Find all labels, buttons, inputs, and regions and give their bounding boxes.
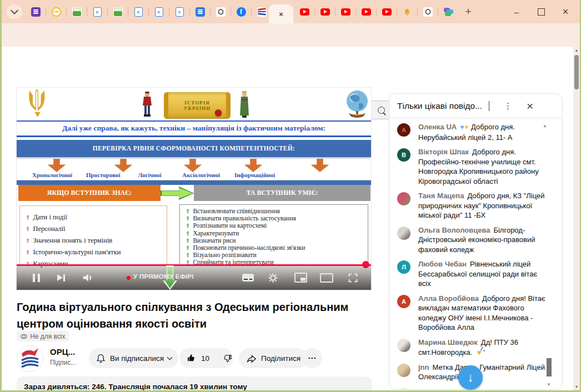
description-text: Зараз дивляться: 246. Трансляція почалас… <box>24 383 247 391</box>
chat-filter-title[interactable]: Тільки цікаві повідо... <box>397 101 482 111</box>
chat-author-name[interactable]: jnn <box>418 363 429 371</box>
close-window-button[interactable]: × <box>553 0 578 23</box>
settings-button[interactable] <box>266 271 279 284</box>
chat-message: Ольга ВололовцеваБілгород-Дністровський … <box>397 225 554 255</box>
theater-mode-button[interactable] <box>320 271 333 284</box>
tab-search-button[interactable] <box>7 4 22 19</box>
chat-scroll-up-icon[interactable]: ▲ <box>543 123 547 128</box>
pinned-tab-facebook[interactable]: f <box>231 3 251 20</box>
chat-author-name[interactable]: Таня Мацепа <box>418 192 464 200</box>
slide-list-item: ⇑Розпізнавати на картосхемі <box>186 222 368 229</box>
pinned-tab-bell[interactable] <box>397 3 417 20</box>
pause-button[interactable] <box>31 271 42 284</box>
can-box: ⇑Встановлювати співвідношення⇑Визначати … <box>179 204 368 265</box>
competency-label: Аксіологічної <box>182 172 220 178</box>
chat-author-avatar[interactable]: А <box>397 295 410 308</box>
chat-message-text: учні 11 класів <box>474 388 519 390</box>
chat-author-avatar[interactable]: В <box>397 148 410 162</box>
chat-message-list: A Оленка UA♥♥ Доброго дня. Нерубайський … <box>389 119 562 389</box>
pinned-tab-chats[interactable] <box>438 3 458 20</box>
youtube-icon <box>362 8 371 16</box>
chat-author-name[interactable]: Оленка UA <box>418 123 457 131</box>
more-actions-button[interactable]: ⋯ <box>302 348 322 368</box>
subtitles-button[interactable] <box>241 271 254 284</box>
next-button[interactable] <box>56 271 67 284</box>
pinned-tab-youtube-3[interactable] <box>335 3 355 20</box>
list-marker-icon: ⇑ <box>186 215 190 222</box>
pinned-tab-mail-1[interactable] <box>67 3 87 20</box>
globe-image <box>344 89 370 119</box>
chat-scrollbar-thumb[interactable] <box>547 358 552 376</box>
plus-icon: + <box>465 6 471 18</box>
chat-author-avatar[interactable] <box>397 227 410 240</box>
scroll-up-icon[interactable]: ▲ <box>573 48 580 52</box>
channel-name[interactable]: ОРЦ... <box>50 347 75 356</box>
maximize-button[interactable] <box>529 0 553 23</box>
pinned-tab-doc-2[interactable]: e <box>128 3 148 20</box>
chat-message: A Оленка UA♥♥ Доброго дня. Нерубайський … <box>397 122 554 142</box>
live-badge[interactable]: У ПРЯМОМУ ЕФІРІ <box>133 273 194 280</box>
chat-filter-dropdown[interactable] <box>489 101 489 111</box>
fullscreen-button[interactable] <box>346 271 359 284</box>
pinned-tab-doc-1[interactable]: e <box>87 3 107 20</box>
chat-close-button[interactable]: × <box>527 99 533 113</box>
chat-author-name[interactable]: Алла Воробйова <box>418 294 479 303</box>
speaker-icon <box>82 273 93 282</box>
subscribed-button[interactable]: Ви підписалися <box>89 348 178 368</box>
tab-close-icon[interactable]: × <box>279 10 283 18</box>
active-tab[interactable]: × <box>269 4 293 23</box>
slide-list-item: ⇑Візуально розпізнавати <box>186 252 368 259</box>
chevron-down-icon <box>489 101 489 111</box>
dislike-button[interactable] <box>216 353 239 363</box>
volume-button[interactable] <box>81 271 94 284</box>
cossack-figure <box>141 91 153 119</box>
pinned-tab-doc-4[interactable]: e <box>169 3 189 20</box>
youtube-icon <box>320 8 330 16</box>
share-button[interactable]: Поділитися <box>239 348 308 368</box>
list-marker-icon: ⇑ <box>186 230 190 237</box>
scroll-down-icon[interactable]: ▼ <box>573 385 580 389</box>
chat-author-name[interactable]: Марина Шведюк <box>418 338 478 346</box>
page-scrollbar[interactable]: ▲ ▼ <box>573 47 580 390</box>
video-player[interactable]: ІСТОРІЯ УКРАЇНИ Далі уже справа, як кажу… <box>17 88 371 290</box>
video-description-box[interactable]: Зараз дивляться: 246. Трансляція почалас… <box>17 376 372 392</box>
pinned-tab-list[interactable] <box>26 3 46 20</box>
channel-avatar[interactable] <box>17 345 43 372</box>
minimize-button[interactable]: – <box>504 0 529 23</box>
pinned-tab-doc-3[interactable]: e <box>149 3 169 20</box>
pinned-tab-mail-2[interactable] <box>108 3 128 20</box>
down-arrow-icon: ↓ <box>468 370 474 385</box>
pinned-tab-un[interactable]: UN <box>46 3 66 20</box>
competency-label: Інформаційної <box>234 172 275 178</box>
pinned-tab-youtube-2[interactable] <box>315 3 335 20</box>
chat-author-avatar[interactable] <box>397 192 410 205</box>
chat-jump-to-latest-button[interactable]: ↓ <box>458 365 483 390</box>
pinned-tab-openai-1[interactable] <box>211 3 231 20</box>
chat-author-name[interactable]: Любов Чебан <box>418 260 467 268</box>
chat-author-name[interactable]: Ольга Вололовцева <box>418 226 490 234</box>
slide-headline: Далі уже справа, як кажуть, техніки – ма… <box>17 120 371 137</box>
chat-author-name[interactable]: Вікторія Шпак <box>418 148 469 156</box>
pinned-tab-openai-2[interactable] <box>418 3 438 20</box>
princess-figure <box>239 91 250 119</box>
chat-scroll-down-icon[interactable]: ▼ <box>547 382 551 387</box>
miniplayer-button[interactable] <box>294 271 307 284</box>
slide-band-title: ПЕРЕВІРКА РІВНЯ СФОРМОВАНОСТІ КОМПЕТЕНТН… <box>17 140 371 157</box>
page-scrollbar-thumb[interactable] <box>574 55 579 89</box>
book-logo-icon <box>257 7 267 17</box>
down-arrow-icon <box>183 159 202 172</box>
chat-author-avatar[interactable] <box>397 364 410 377</box>
new-tab-button[interactable]: + <box>458 3 478 20</box>
like-button[interactable]: 10 <box>179 353 216 363</box>
chat-author-avatar[interactable] <box>397 388 410 390</box>
gear-icon <box>268 273 278 283</box>
chat-author-avatar[interactable]: Л <box>397 260 410 274</box>
pinned-tab-docs[interactable] <box>190 3 210 20</box>
pinned-tab-youtube-4[interactable] <box>356 3 376 20</box>
chat-author-avatar[interactable]: A <box>397 123 410 137</box>
chat-author-avatar[interactable] <box>397 339 410 352</box>
pinned-tab-youtube-1[interactable] <box>294 3 314 20</box>
pinned-tab-youtube-5[interactable] <box>377 3 397 20</box>
pinned-tabs-right: + <box>294 3 478 20</box>
chat-menu-button[interactable]: ⋮ <box>504 101 512 111</box>
